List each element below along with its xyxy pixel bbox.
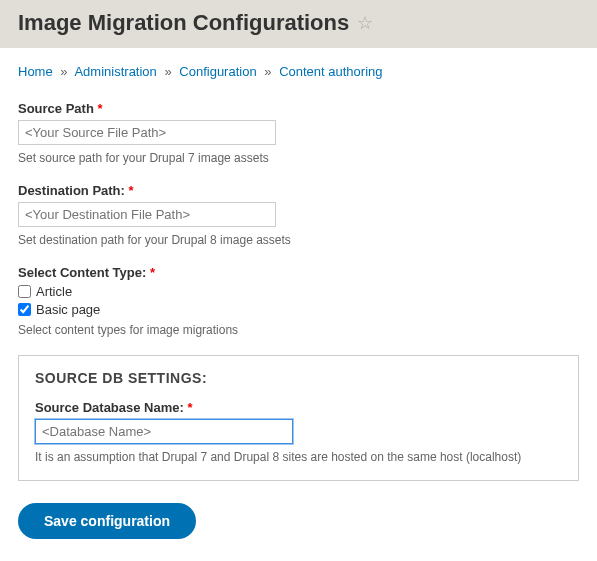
- breadcrumb-configuration[interactable]: Configuration: [179, 64, 256, 79]
- star-icon[interactable]: ☆: [357, 12, 373, 34]
- content-type-label: Select Content Type: *: [18, 265, 579, 280]
- required-marker: *: [187, 400, 192, 415]
- breadcrumb-sep: »: [60, 64, 67, 79]
- destination-path-input[interactable]: [18, 202, 276, 227]
- label-text: Destination Path:: [18, 183, 125, 198]
- fieldset-legend: SOURCE DB SETTINGS:: [35, 370, 562, 386]
- breadcrumb: Home » Administration » Configuration » …: [18, 64, 579, 79]
- basic-page-checkbox[interactable]: [18, 303, 31, 316]
- required-marker: *: [97, 101, 102, 116]
- required-marker: *: [150, 265, 155, 280]
- breadcrumb-administration[interactable]: Administration: [74, 64, 156, 79]
- article-checkbox-label: Article: [36, 284, 72, 299]
- destination-path-label: Destination Path: *: [18, 183, 579, 198]
- label-text: Select Content Type:: [18, 265, 146, 280]
- source-path-description: Set source path for your Drupal 7 image …: [18, 151, 579, 165]
- checkbox-row-basic-page: Basic page: [18, 302, 579, 317]
- page-header: Image Migration Configurations ☆: [0, 0, 597, 48]
- destination-path-field: Destination Path: * Set destination path…: [18, 183, 579, 247]
- page-title: Image Migration Configurations: [18, 10, 349, 36]
- basic-page-checkbox-label: Basic page: [36, 302, 100, 317]
- article-checkbox[interactable]: [18, 285, 31, 298]
- source-path-field: Source Path * Set source path for your D…: [18, 101, 579, 165]
- content-area: Home » Administration » Configuration » …: [0, 48, 597, 555]
- breadcrumb-content-authoring[interactable]: Content authoring: [279, 64, 382, 79]
- source-path-label: Source Path *: [18, 101, 579, 116]
- destination-path-description: Set destination path for your Drupal 8 i…: [18, 233, 579, 247]
- source-path-input[interactable]: [18, 120, 276, 145]
- content-type-field: Select Content Type: * Article Basic pag…: [18, 265, 579, 337]
- db-name-description: It is an assumption that Drupal 7 and Dr…: [35, 450, 562, 464]
- save-configuration-button[interactable]: Save configuration: [18, 503, 196, 539]
- db-name-field: Source Database Name: * It is an assumpt…: [35, 400, 562, 464]
- label-text: Source Path: [18, 101, 94, 116]
- label-text: Source Database Name:: [35, 400, 184, 415]
- breadcrumb-sep: »: [164, 64, 171, 79]
- checkbox-row-article: Article: [18, 284, 579, 299]
- db-name-input[interactable]: [35, 419, 293, 444]
- breadcrumb-home[interactable]: Home: [18, 64, 53, 79]
- source-db-fieldset: SOURCE DB SETTINGS: Source Database Name…: [18, 355, 579, 481]
- breadcrumb-sep: »: [264, 64, 271, 79]
- db-name-label: Source Database Name: *: [35, 400, 562, 415]
- required-marker: *: [129, 183, 134, 198]
- content-type-description: Select content types for image migration…: [18, 323, 579, 337]
